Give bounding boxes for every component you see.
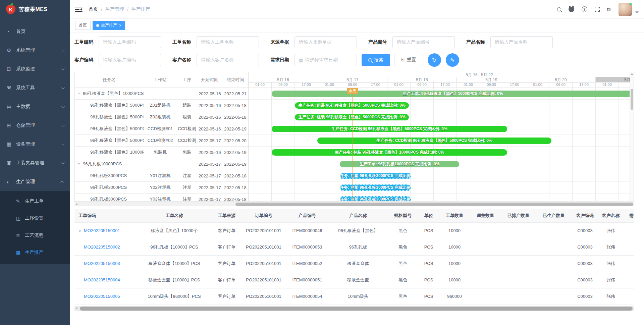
- order-row[interactable]: MO202205150004 移液盒盒盖【10000】PCS 客户订单 PO20…: [74, 272, 634, 288]
- sidebar-menu-item[interactable]: ⚒ 系统工具: [0, 78, 70, 97]
- chevron-icon: [61, 86, 65, 89]
- breadcrumb-home[interactable]: 首页: [89, 6, 98, 12]
- sidebar-menu-item[interactable]: ⚙ 系统管理: [0, 41, 70, 60]
- sidebar-menu-item[interactable]: ▦ 设备管理: [0, 135, 70, 154]
- refresh-round-button[interactable]: ↻: [428, 53, 441, 67]
- product-name-input[interactable]: 请输入产品名称: [490, 36, 553, 48]
- order-name-input[interactable]: 请输入工单名称: [197, 36, 259, 48]
- product-code-input[interactable]: 请输入产品编号: [392, 36, 455, 48]
- order-code-input[interactable]: 请输入工单编码: [99, 36, 161, 48]
- order-row[interactable]: MO202205150002 96孔孔板【10000】PCS 客户订单 PO20…: [74, 239, 634, 255]
- timeline-hour-cell: 09:00: [272, 83, 295, 88]
- order-code-link[interactable]: MO202205150003: [84, 261, 120, 266]
- col-unit: 单位: [418, 209, 439, 222]
- sidebar-submenu-item[interactable]: ≣ 工艺流程: [0, 227, 70, 244]
- order-row[interactable]: MO202205150005 10mm吸头【960000】PCS 客户订单 PO…: [74, 288, 634, 305]
- scrollbar-thumb[interactable]: [80, 307, 633, 311]
- demand-date-picker[interactable]: ▦ 请选择需求日期: [294, 54, 357, 66]
- orders-horizontal-scrollbar[interactable]: ◄: [74, 306, 634, 311]
- order-code-link[interactable]: MO202205150001: [84, 228, 120, 233]
- gantt-task-row[interactable]: 96孔移液盒【黑色】10000PCS 包装机 包装 2022-05-16 202…: [75, 147, 248, 158]
- gantt-vertical-scrollbar[interactable]: [630, 72, 634, 201]
- gantt-task-row[interactable]: 96孔移液盒【黑色】5000PCS Z02组装机 组装 2022-05-16 2…: [75, 111, 248, 123]
- breadcrumb-item[interactable]: 生产管理: [105, 6, 124, 12]
- sidebar-menu-item[interactable]: ◐ 生产管理: [0, 172, 70, 191]
- order-code-link[interactable]: MO202205150004: [84, 277, 120, 282]
- produced-qty-cell: [536, 222, 571, 239]
- gantt-horizontal-scrollbar[interactable]: ◄: [74, 202, 634, 206]
- help-icon[interactable]: ?: [582, 6, 587, 12]
- unit-cell: PCS: [418, 239, 439, 255]
- scroll-up-arrow-icon[interactable]: [631, 73, 633, 75]
- font-size-icon[interactable]: tT: [607, 6, 611, 12]
- app-logo[interactable]: K 苦糖果MES: [0, 0, 70, 19]
- filter-customer-code: 客户编码 请输入客户编码: [74, 54, 161, 66]
- caret-down-icon[interactable]: [635, 11, 639, 13]
- avatar[interactable]: [619, 3, 632, 16]
- close-tab-icon[interactable]: ×: [119, 23, 121, 28]
- reset-button[interactable]: ↻ 重置: [394, 54, 423, 66]
- chevron-icon: [61, 48, 65, 52]
- sidebar-fold-icon[interactable]: [75, 7, 83, 12]
- sidebar-menu-item[interactable]: ▤ 主数据: [0, 97, 70, 116]
- filter-order-name: 工单名称 请输入工单名称: [172, 36, 259, 48]
- scrollbar-thumb[interactable]: [631, 89, 633, 110]
- order-code-link[interactable]: MO202205150005: [84, 294, 120, 299]
- scroll-left-arrow-icon[interactable]: ◄: [75, 203, 78, 206]
- scrollbar-thumb[interactable]: [235, 203, 633, 206]
- process-cell: 组装: [177, 102, 197, 108]
- gantt-bar[interactable]: 生产任务: 组装 96孔移液盒【黑色】5000PCS 完成比例: 0%: [295, 114, 409, 120]
- gantt-bar[interactable]: 生产任务: 包装 96孔移液盒【黑色】10000PCS 完成比例: 0%: [272, 149, 507, 156]
- sidebar-menu-item[interactable]: ⊡ 系统监控: [0, 60, 70, 78]
- task-name-cell: 96孔孔板3000PCS: [75, 184, 144, 191]
- scroll-left-arrow-icon[interactable]: ◄: [75, 307, 78, 310]
- gantt-bar[interactable]: 生产任务: 组装 96孔移液盒【黑色】5000PCS 完成比例: 0%: [295, 102, 409, 109]
- gantt-bar[interactable]: 生产任务: CCD检测 96孔移液盒【黑色】5000PCS 完成比例: 0%: [272, 126, 507, 132]
- tab-home[interactable]: 首页: [75, 21, 91, 30]
- order-row[interactable]: MO202205150003 移液盒盒体【10000】PCS 客户订单 PO20…: [74, 255, 634, 272]
- gantt-task-row[interactable]: 96孔移液盒【黑色】5000PCS CCD检测#02 CCD检测 2022-05…: [75, 135, 248, 147]
- expand-caret-icon[interactable]: ▼: [77, 162, 83, 166]
- scheduled-qty-cell: [501, 239, 536, 255]
- product-name-cell: 96孔移液盒【黑色】: [329, 222, 387, 239]
- gantt-bar[interactable]: 生产任务: 注塑 96孔孔板3000PCS 完成比例: 0%: [340, 196, 411, 201]
- gantt-bar[interactable]: 生产任务: 注塑 96孔孔板3000PCS 完成比例: 0%: [340, 184, 411, 191]
- order-row[interactable]: ∨MO202205150001 移液盒【黑色】10000个 客户订单 PO202…: [74, 222, 634, 239]
- sidebar-menu-item[interactable]: ▣ 工装夹具管理: [0, 154, 70, 172]
- filter-row-2: 客户编码 请输入客户编码 客户名称 请输入客户名称 需求日期 ▦ 请选择需求日期: [74, 53, 639, 67]
- customer-code-input[interactable]: 请输入客户编码: [99, 54, 161, 66]
- github-icon[interactable]: [569, 7, 574, 12]
- workstation-cell: Z01组装机: [144, 102, 177, 108]
- sidebar-submenu-item[interactable]: ✎ 生产工单: [0, 193, 70, 210]
- timeline-hour-cell: 09:00: [480, 83, 503, 88]
- sidebar-menu-item[interactable]: ◔ 首页: [0, 22, 70, 41]
- task-name-cell: 96孔移液盒【黑色】10000PCS: [75, 149, 144, 155]
- produced-qty-cell: [536, 255, 571, 272]
- customer-name-input[interactable]: 请输入客户名称: [197, 54, 259, 66]
- orders-table-header: 工单编码 工单名称 工单来源 订单编号 产品编号 产品名称 规格型号 单位 工单…: [74, 209, 634, 222]
- gantt-task-row[interactable]: 96孔孔板3000PCS Y02注塑机 注塑 2022-05-17 2022-0…: [75, 182, 248, 194]
- refresh-icon: ↻: [401, 57, 405, 63]
- fullscreen-icon[interactable]: [595, 7, 600, 12]
- search-button[interactable]: 搜索: [362, 54, 390, 66]
- sidebar-submenu-item[interactable]: ◫ 工序设置: [0, 210, 70, 227]
- gantt-task-row[interactable]: 96孔孔板3000PCS Y01注塑机 注塑 2022-05-17 2022-0…: [75, 170, 248, 182]
- edit-round-button[interactable]: ✎: [446, 53, 459, 67]
- row-expand-caret-icon[interactable]: ∨: [78, 229, 84, 233]
- source-doc-input[interactable]: 请输入来源单据: [294, 36, 357, 48]
- expand-caret-icon[interactable]: ▼: [77, 92, 83, 95]
- gantt-bar[interactable]: 生产任务: 注塑 96孔孔板3000PCS 完成比例: 0%: [340, 173, 411, 179]
- gantt-task-row[interactable]: ▼96孔孔板10000PCS 2022-05-17 2022-05-19: [75, 158, 248, 170]
- gantt-task-row[interactable]: ▼96孔移液盒【黑色】10000PCS 2022-05-16 2022-05-2…: [75, 88, 248, 100]
- gantt-task-row[interactable]: 96孔孔板3000PCS Y03注塑机 注塑 2022-05-17 2022-0…: [75, 194, 248, 202]
- tab-production-schedule[interactable]: 生产排产 ×: [93, 21, 125, 30]
- gantt-bar[interactable]: 生产工单: 96孔孔板10000PCS 完成比例: 0%: [340, 161, 459, 167]
- gantt-bar[interactable]: 生产工单: 96孔移液盒【黑色】10000PCS 完成比例: 0%: [272, 91, 630, 97]
- gantt-task-row[interactable]: 96孔移液盒【黑色】5000PCS CCD检测#01 CCD检测 2022-05…: [75, 123, 248, 135]
- order-code-link[interactable]: MO202205150002: [84, 245, 120, 250]
- sidebar-menu-item[interactable]: ⊞ 仓储管理: [0, 116, 70, 135]
- sidebar-submenu-item[interactable]: ▦ 生产排产: [0, 244, 70, 261]
- search-icon[interactable]: [557, 7, 561, 11]
- start-time-cell: 2022-05-16: [197, 126, 222, 131]
- gantt-task-row[interactable]: 96孔移液盒【黑色】5000PCS Z01组装机 组装 2022-05-16 2…: [75, 100, 248, 111]
